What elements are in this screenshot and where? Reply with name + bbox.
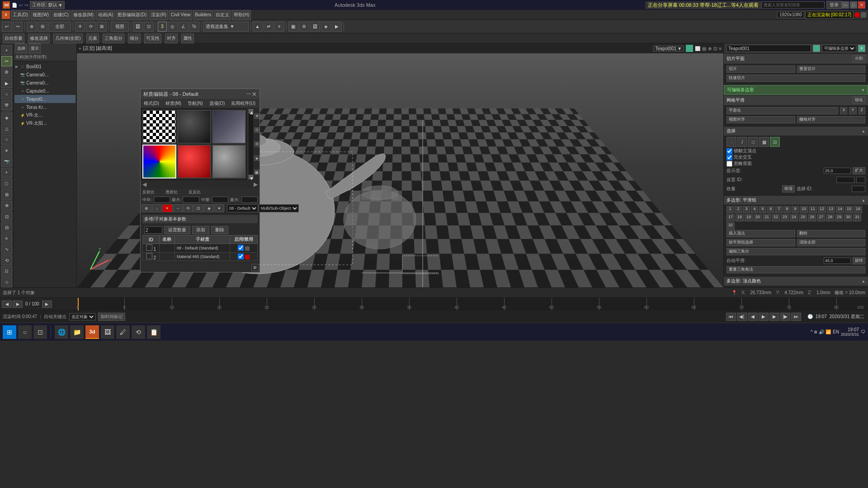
tl-next-btn[interactable]: ▶ bbox=[13, 300, 23, 308]
quickslice-btn[interactable]: 快速切片 bbox=[726, 75, 865, 82]
display-tab[interactable]: ○ bbox=[1, 89, 12, 99]
search-input[interactable] bbox=[761, 1, 825, 9]
lock-verts-check[interactable] bbox=[726, 148, 732, 154]
start-btn[interactable]: ⊞ bbox=[3, 325, 16, 339]
menu-render[interactable]: 渲染(R) bbox=[149, 10, 168, 20]
edit-tri-btn[interactable]: 编辑三角分 bbox=[726, 248, 865, 255]
subobj-geo[interactable]: 几何体(全部) bbox=[53, 33, 83, 43]
select-object-btn[interactable]: ⊕ bbox=[27, 22, 37, 32]
viewport-menu-plus[interactable]: + bbox=[79, 46, 81, 51]
autosmooth-input[interactable] bbox=[824, 258, 851, 264]
element-subobj-btn[interactable]: ⊡ bbox=[770, 137, 780, 147]
pb-prev-key[interactable]: ◀| bbox=[737, 313, 747, 321]
subobj-vis[interactable]: 可见性 bbox=[144, 33, 161, 43]
scroll-up[interactable]: ▲ bbox=[249, 109, 253, 113]
create-cam-btn[interactable]: 📷 bbox=[1, 156, 12, 166]
render-frame-btn[interactable]: 🖼 bbox=[310, 22, 320, 32]
taskbar-ps[interactable]: 🖼 bbox=[101, 325, 114, 339]
add-mat-btn[interactable]: 添加 bbox=[192, 226, 209, 234]
flatten-btn[interactable]: 平面化 bbox=[726, 107, 838, 114]
maximize-btn[interactable]: □ bbox=[850, 1, 857, 9]
border-subobj-btn[interactable]: □ bbox=[748, 137, 758, 147]
active-shade-btn[interactable]: ◈ bbox=[321, 22, 331, 32]
mat-count-input[interactable] bbox=[144, 226, 162, 234]
full-interact-check[interactable] bbox=[726, 155, 732, 160]
mat-menu-mode[interactable]: 模式(D) bbox=[142, 100, 160, 107]
sg-23[interactable]: 23 bbox=[781, 214, 789, 221]
teapot-object-dropdown[interactable]: Teapot001 ▼ bbox=[653, 46, 684, 52]
sg-19[interactable]: 19 bbox=[745, 214, 753, 221]
mat-slot-select[interactable]: 08 - Default bbox=[227, 204, 258, 212]
named-sel-btn[interactable]: ▲ bbox=[253, 22, 263, 32]
mat-sub-1[interactable]: 08 - Default (Standard) bbox=[175, 244, 230, 253]
mat-tool-5[interactable]: ▦ bbox=[254, 169, 259, 175]
tray-notif[interactable]: 🗨 bbox=[861, 329, 865, 334]
sg-20[interactable]: 20 bbox=[754, 214, 762, 221]
poly-subobj-btn[interactable]: ▦ bbox=[759, 137, 769, 147]
move-btn[interactable]: ✛ bbox=[75, 22, 85, 32]
slice-plane-btn[interactable]: 切片 bbox=[726, 66, 795, 73]
create-helper-btn[interactable]: + bbox=[1, 168, 12, 178]
scale-btn[interactable]: ⊠ bbox=[97, 22, 107, 32]
sg-7[interactable]: 7 bbox=[775, 206, 783, 213]
tl-prev-btn[interactable]: ◀ bbox=[2, 300, 12, 308]
mat-prev-btn[interactable]: ◀ bbox=[142, 181, 146, 188]
sg-22[interactable]: 22 bbox=[772, 214, 780, 221]
tree-item-vr1[interactable]: ⚡ VR-太... bbox=[14, 111, 75, 119]
pb-play[interactable]: ▶ bbox=[759, 313, 769, 321]
tools-btn-4[interactable]: ≡ bbox=[1, 234, 12, 244]
tools-btn-8[interactable]: ⊹ bbox=[1, 277, 12, 287]
tree-item-camera0b[interactable]: 📷 Camera0... bbox=[14, 79, 75, 87]
flatten-y[interactable]: Y bbox=[849, 107, 856, 114]
mat-menu-nav[interactable]: 导航(N) bbox=[186, 100, 204, 107]
dialog-controls[interactable]: — ✕ bbox=[246, 91, 257, 98]
mirror-btn[interactable]: ⇌ bbox=[264, 22, 274, 32]
subobj-align[interactable]: 对齐 bbox=[165, 33, 178, 43]
hierarchy-tab[interactable]: ⚙ bbox=[1, 67, 12, 77]
subobj-modify[interactable]: 修改选择 bbox=[28, 33, 50, 43]
mat-tool-reset[interactable]: ⟲ bbox=[183, 204, 193, 212]
sg-15[interactable]: 15 bbox=[845, 206, 853, 213]
ignore-back-check[interactable] bbox=[726, 161, 732, 167]
mat-slot-6[interactable] bbox=[212, 145, 246, 178]
sg-26[interactable]: 26 bbox=[808, 214, 816, 221]
tools-btn-5[interactable]: ∿ bbox=[1, 244, 12, 254]
pb-last[interactable]: ⏭ bbox=[791, 313, 801, 321]
smoothgroup-header[interactable]: 多边形: 平滑组 ▲ bbox=[724, 196, 868, 205]
expand-btn[interactable]: 扩大 bbox=[853, 167, 865, 174]
menu-civil[interactable]: Civil View bbox=[169, 10, 192, 20]
mat-tool-get[interactable]: ⊕ bbox=[142, 204, 151, 212]
snap-dropdown[interactable]: 3 bbox=[158, 22, 167, 32]
motion-tab[interactable]: ▶ bbox=[1, 78, 12, 88]
mat-vis-2[interactable] bbox=[245, 255, 250, 259]
menu-graph[interactable]: 图形编辑器(D) bbox=[116, 10, 148, 20]
selection-header[interactable]: 选择 ▲ bbox=[724, 127, 868, 136]
undo-icon[interactable]: ↩ bbox=[19, 3, 23, 8]
align-btn[interactable]: ≡ bbox=[274, 22, 284, 32]
select-filter-dropdown[interactable]: 全部 bbox=[48, 22, 71, 32]
mat-maps-btn[interactable]: ▦ bbox=[288, 22, 298, 32]
pb-prev[interactable]: ◀ bbox=[748, 313, 758, 321]
mat-editor-btn[interactable]: ⊡ bbox=[144, 22, 154, 32]
select-btn[interactable]: 选择 bbox=[15, 43, 27, 53]
render-btn[interactable]: 🖼 bbox=[133, 22, 143, 32]
tree-item-vr2[interactable]: ⚡ VR-太阳... bbox=[14, 119, 75, 127]
quick-render-btn[interactable]: ▶ bbox=[332, 22, 342, 32]
timeline-track[interactable]: 0 5 10 15 20 25 30 35 40 45 50 55 60 65 … bbox=[77, 298, 868, 310]
tree-item-teapot[interactable]: ○ Teapot0... bbox=[14, 95, 75, 103]
taskbar-edge[interactable]: 🌐 bbox=[55, 325, 68, 339]
sg-1[interactable]: 1 bbox=[726, 206, 734, 213]
select-id-input[interactable] bbox=[852, 186, 865, 192]
sg-28[interactable]: 28 bbox=[826, 214, 834, 221]
mat-type-select[interactable]: Multi/Sub-Object bbox=[259, 204, 299, 212]
sg-29[interactable]: 29 bbox=[835, 214, 843, 221]
mat-vis-1[interactable] bbox=[245, 246, 250, 251]
record-btn[interactable] bbox=[854, 12, 860, 18]
tree-item-capsule[interactable]: ○ Capsule0... bbox=[14, 87, 75, 95]
tools-btn-6[interactable]: ⟲ bbox=[1, 255, 12, 265]
create-shape-btn[interactable]: ○ bbox=[1, 135, 12, 145]
sg-5[interactable]: 5 bbox=[759, 206, 766, 213]
mat-slot-5[interactable] bbox=[177, 145, 211, 178]
reflect-max[interactable] bbox=[183, 197, 199, 203]
insert-vertex-btn[interactable]: 插入顶点 bbox=[726, 230, 795, 237]
